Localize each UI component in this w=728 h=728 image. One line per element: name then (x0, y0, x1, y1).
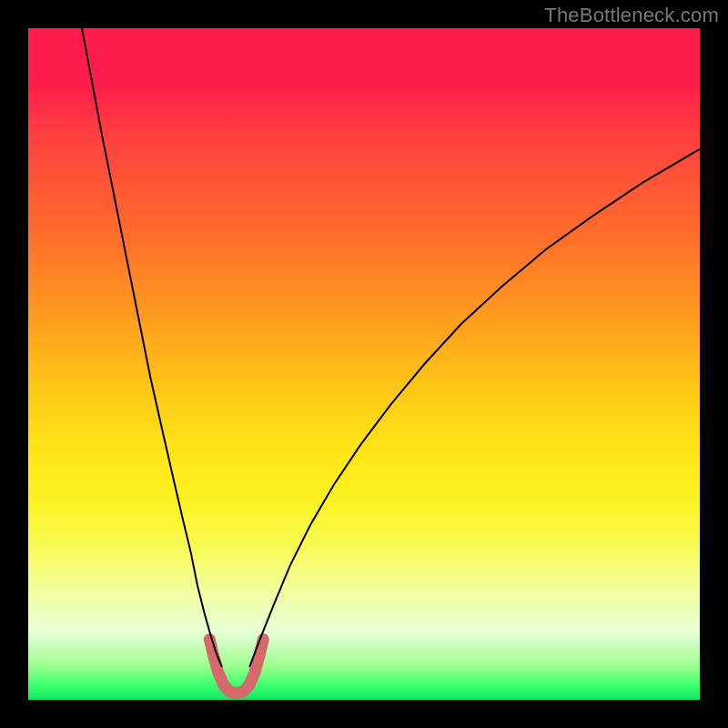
chart-svg (28, 28, 700, 700)
curve-left-branch (82, 28, 222, 666)
watermark-text: TheBottleneck.com (544, 4, 719, 27)
chart-plot-area (28, 28, 700, 700)
curve-right-branch (250, 149, 701, 666)
bottom-u-highlight (209, 640, 263, 693)
chart-frame: TheBottleneck.com (0, 0, 728, 728)
